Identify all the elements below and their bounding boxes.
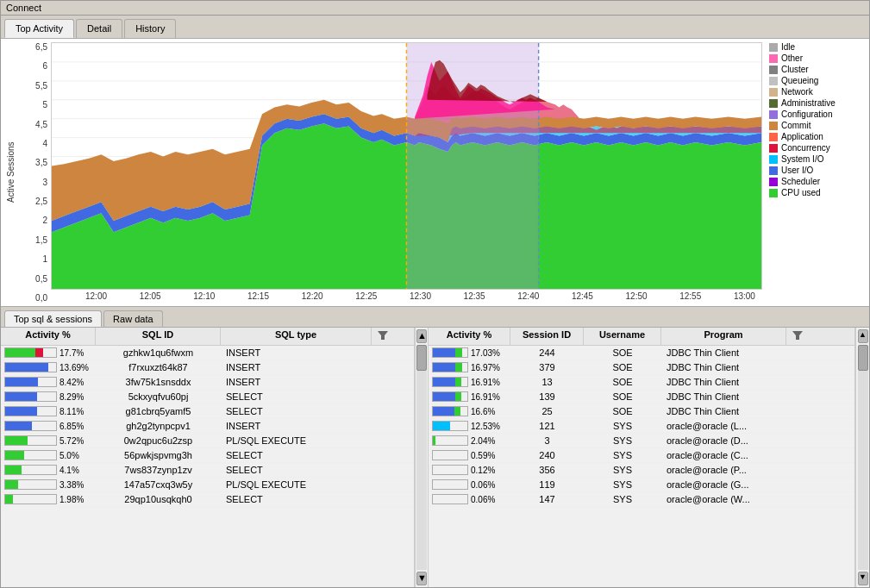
sess-col-username: Username bbox=[584, 328, 661, 345]
table-row: 0.12% 356 SYS oracle@oracle (P... bbox=[429, 463, 854, 478]
legend-concurrency-dot bbox=[769, 144, 778, 153]
legend-cluster: Cluster bbox=[769, 65, 866, 74]
table-row: 12.53% 121 SYS oracle@oracle (L... bbox=[429, 419, 854, 434]
table-row: 4.1% 7ws837zynp1zv SELECT bbox=[1, 463, 414, 478]
sess-col-activity: Activity % bbox=[429, 328, 510, 345]
legend-idle-dot bbox=[769, 43, 778, 52]
tab-bar: Top Activity Detail History bbox=[1, 16, 869, 39]
legend-commit: Commit bbox=[769, 121, 866, 130]
title-bar: Connect bbox=[1, 1, 869, 16]
scroll-track[interactable] bbox=[416, 345, 427, 570]
sql-col-sqlid: SQL ID bbox=[96, 328, 221, 345]
y-axis: 6,5 6 5,5 5 4,5 4 3,5 3 2,5 2 1,5 1 0,5 … bbox=[16, 42, 51, 303]
scroll-thumb[interactable] bbox=[416, 345, 427, 371]
table-row: 0.06% 119 SYS oracle@oracle (G... bbox=[429, 478, 854, 492]
tab-detail[interactable]: Detail bbox=[76, 19, 122, 38]
main-window: Connect Top Activity Detail History Acti… bbox=[0, 0, 870, 588]
legend-concurrency: Concurrency bbox=[769, 143, 866, 153]
chart-legend: Idle Other Cluster Queueing Network bbox=[762, 42, 866, 303]
x-axis: 12:00 12:05 12:10 12:15 12:20 12:25 12:3… bbox=[51, 290, 755, 303]
tab-history[interactable]: History bbox=[124, 19, 176, 38]
legend-administrative: Administrative bbox=[769, 98, 866, 108]
session-table-body[interactable]: 17.03% 244 SOE JDBC Thin Client bbox=[429, 346, 854, 535]
legend-other-dot bbox=[769, 54, 778, 63]
table-row: 1.98% 29qp10usqkqh0 SELECT bbox=[1, 492, 414, 507]
sess-col-filter[interactable] bbox=[786, 328, 804, 345]
chart-svg bbox=[52, 43, 761, 289]
table-row: 17.7% gzhkw1qu6fwxm INSERT bbox=[1, 346, 414, 360]
session-scrollbar[interactable]: ▲ ▼ bbox=[855, 328, 869, 587]
legend-network-dot bbox=[769, 88, 778, 97]
y-axis-title: Active Sessions bbox=[4, 42, 16, 303]
table-row: 2.04% 3 SYS oracle@oracle (D... bbox=[429, 434, 854, 448]
legend-application: Application bbox=[769, 132, 866, 141]
legend-other: Other bbox=[769, 53, 866, 63]
sql-table-section: Activity % SQL ID SQL type bbox=[1, 328, 415, 587]
table-row: 8.42% 3fw75k1snsddx INSERT bbox=[1, 375, 414, 390]
sess-scroll-track[interactable] bbox=[858, 345, 868, 570]
legend-idle: Idle bbox=[769, 42, 866, 52]
tables-area: Activity % SQL ID SQL type bbox=[1, 328, 869, 587]
table-row: 8.11% g81cbrq5yamf5 SELECT bbox=[1, 404, 414, 419]
legend-cpu: CPU used bbox=[769, 188, 866, 197]
table-row: 16.6% 25 SOE JDBC Thin Client bbox=[429, 404, 854, 419]
legend-admin-dot bbox=[769, 99, 778, 108]
legend-app-dot bbox=[769, 133, 778, 141]
table-row: 13.69% f7rxuxzt64k87 INSERT bbox=[1, 360, 414, 375]
sql-table-body[interactable]: 17.7% gzhkw1qu6fwxm INSERT 13.69% bbox=[1, 346, 414, 535]
legend-cpu-dot bbox=[769, 189, 778, 197]
legend-network: Network bbox=[769, 87, 866, 97]
legend-sysio-dot bbox=[769, 155, 778, 164]
table-row: 16.91% 139 SOE JDBC Thin Client bbox=[429, 390, 854, 404]
activity-cell: 17.7% bbox=[1, 346, 96, 360]
table-row: 16.91% 13 SOE JDBC Thin Client bbox=[429, 375, 854, 390]
table-row: 3.38% 147a57cxq3w5y PL/SQL EXECUTE bbox=[1, 478, 414, 492]
session-table-section: Activity % Session ID Username Program bbox=[429, 328, 855, 587]
table-row: 8.29% 5ckxyqfvu60pj SELECT bbox=[1, 390, 414, 404]
table-row: 6.85% gh2g2tynpcpv1 INSERT bbox=[1, 419, 414, 434]
sess-scroll-thumb[interactable] bbox=[858, 345, 868, 371]
table-row: 0.59% 240 SYS oracle@oracle (C... bbox=[429, 448, 854, 463]
table-row: 0.06% 147 SYS oracle@oracle (W... bbox=[429, 492, 854, 507]
sql-type-cell: INSERT bbox=[221, 346, 372, 360]
legend-cluster-dot bbox=[769, 66, 778, 74]
legend-commit-dot bbox=[769, 122, 778, 130]
window-title: Connect bbox=[6, 3, 41, 13]
table-row: 16.97% 379 SOE JDBC Thin Client bbox=[429, 360, 854, 375]
sql-col-activity: Activity % bbox=[1, 328, 96, 345]
sql-col-sqltype: SQL type bbox=[221, 328, 372, 345]
legend-queueing-dot bbox=[769, 77, 778, 85]
scroll-down-arrow[interactable]: ▼ bbox=[416, 572, 427, 585]
session-table-header: Activity % Session ID Username Program bbox=[429, 328, 854, 346]
bottom-tab-bar: Top sql & sessions Raw data bbox=[1, 307, 869, 328]
chart-main[interactable]: 12:00 12:05 12:10 12:15 12:20 12:25 12:3… bbox=[51, 42, 762, 303]
sql-col-filter[interactable] bbox=[372, 328, 389, 345]
legend-user-io: User I/O bbox=[769, 166, 866, 175]
legend-userio-dot bbox=[769, 166, 778, 175]
sql-scrollbar[interactable]: ▲ ▼ bbox=[415, 328, 429, 587]
sql-id-cell: gzhkw1qu6fwxm bbox=[96, 346, 221, 360]
tab-raw-data[interactable]: Raw data bbox=[103, 310, 162, 327]
chart-container: Active Sessions 6,5 6 5,5 5 4,5 4 3,5 3 … bbox=[4, 42, 866, 303]
sess-scroll-up[interactable]: ▲ bbox=[858, 329, 868, 343]
legend-config-dot bbox=[769, 110, 778, 119]
sess-scroll-down[interactable]: ▼ bbox=[858, 572, 868, 585]
table-row: 17.03% 244 SOE JDBC Thin Client bbox=[429, 346, 854, 360]
legend-scheduler: Scheduler bbox=[769, 177, 866, 186]
table-row: 5.0% 56pwkjspvmg3h SELECT bbox=[1, 448, 414, 463]
legend-scheduler-dot bbox=[769, 178, 778, 186]
scroll-up-arrow[interactable]: ▲ bbox=[416, 329, 427, 343]
table-row: 5.72% 0w2qpuc6u2zsp PL/SQL EXECUTE bbox=[1, 434, 414, 448]
legend-queueing: Queueing bbox=[769, 76, 866, 85]
sess-col-program: Program bbox=[661, 328, 786, 345]
sql-table-header: Activity % SQL ID SQL type bbox=[1, 328, 414, 346]
legend-system-io: System I/O bbox=[769, 154, 866, 164]
chart-area: Active Sessions 6,5 6 5,5 5 4,5 4 3,5 3 … bbox=[1, 39, 869, 306]
legend-configuration: Configuration bbox=[769, 109, 866, 119]
svg-marker-23 bbox=[792, 331, 803, 340]
tab-top-sql-sessions[interactable]: Top sql & sessions bbox=[4, 310, 102, 327]
sess-col-sessionid: Session ID bbox=[510, 328, 584, 345]
svg-marker-22 bbox=[378, 331, 388, 340]
tab-top-activity[interactable]: Top Activity bbox=[4, 19, 74, 38]
bottom-section: Top sql & sessions Raw data Activity % S… bbox=[1, 306, 869, 587]
